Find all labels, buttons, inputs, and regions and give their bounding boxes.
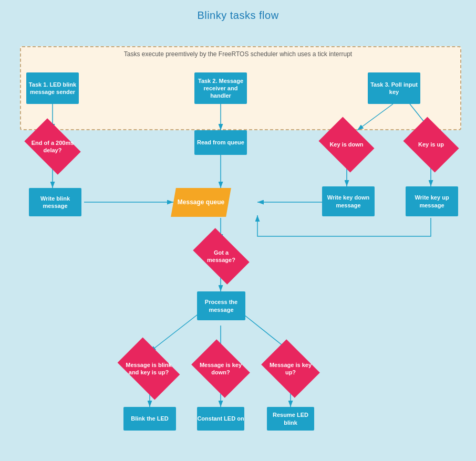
- msg-key-up-diamond: Message is key up?: [261, 339, 320, 398]
- constant-led-box: Constant LED on: [197, 407, 244, 431]
- msg-key-down-diamond: Message is key down?: [191, 339, 250, 398]
- write-key-down-box: Write key down message: [322, 186, 375, 216]
- message-queue-box: Message queue: [171, 188, 231, 217]
- read-queue-box: Read from queue: [194, 130, 247, 155]
- got-message-diamond: Got a message?: [193, 228, 249, 284]
- task3-box: Task 3. Poll input key: [368, 72, 420, 104]
- task1-box: Task 1. LED blink message sender: [26, 72, 79, 104]
- scheduler-label: Tasks execute preemtively by the FreeRTO…: [124, 50, 352, 58]
- svg-line-8: [150, 313, 200, 352]
- resume-led-box: Resume LED blink: [267, 407, 314, 431]
- msg-blink-key-up-diamond: Message is blink and key is up?: [118, 338, 180, 400]
- page-title: Blinky tasks flow: [0, 0, 476, 22]
- write-key-up-box: Write key up message: [406, 186, 458, 216]
- diagram-container: Blinky tasks flow Tasks execute preemtiv…: [0, 0, 476, 461]
- write-blink-box: Write blink message: [29, 188, 81, 216]
- process-message-box: Process the message: [197, 291, 245, 320]
- blink-led-box: Blink the LED: [123, 407, 176, 431]
- task2-box: Task 2. Message receiver and handler: [194, 72, 247, 104]
